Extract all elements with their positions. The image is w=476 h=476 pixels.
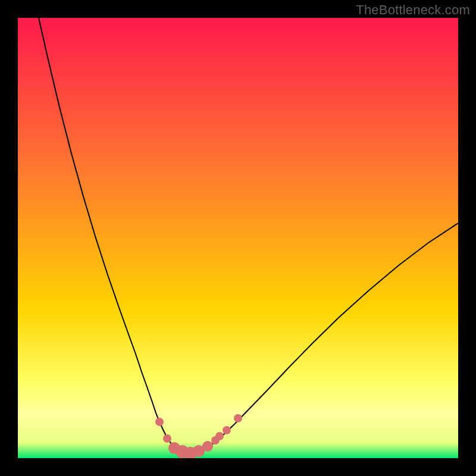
gradient-panel: [18, 18, 458, 458]
data-marker: [223, 426, 231, 434]
data-marker: [163, 434, 171, 443]
data-marker: [155, 418, 164, 426]
chart-frame: TheBottleneck.com: [0, 0, 476, 476]
bottleneck-plot: [0, 0, 476, 476]
data-marker: [215, 432, 224, 440]
data-marker: [202, 441, 213, 452]
watermark-text: TheBottleneck.com: [356, 2, 470, 18]
data-marker: [234, 414, 242, 422]
